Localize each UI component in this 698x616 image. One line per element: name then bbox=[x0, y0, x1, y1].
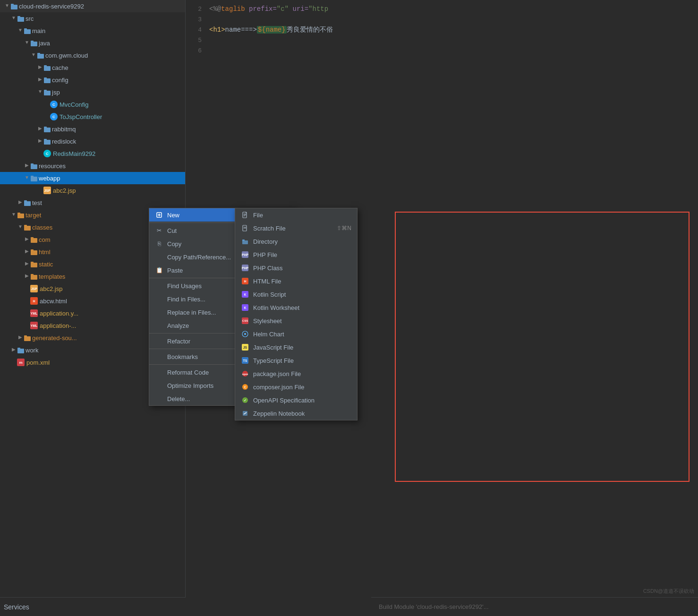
tree-item-redislock[interactable]: ▶ redislock bbox=[0, 135, 185, 147]
submenu-item-file[interactable]: File bbox=[235, 208, 357, 222]
svg-rect-19 bbox=[44, 139, 47, 140]
submenu-item-package-json[interactable]: npm package.json File bbox=[235, 367, 357, 380]
submenu-item-kotlin-script[interactable]: K Kotlin Script bbox=[235, 288, 357, 301]
line-number-4: 4 bbox=[186, 26, 209, 34]
submenu-item-openapi[interactable]: ✓ OpenAPI Specification bbox=[235, 394, 357, 407]
bottom-bar: Services bbox=[0, 597, 186, 616]
tree-label-mvcconfig: MvcConfig bbox=[60, 101, 88, 108]
tree-item-root[interactable]: ▼ cloud-redis-service9292 bbox=[0, 0, 185, 12]
expand-arrow-config: ▶ bbox=[37, 77, 43, 83]
tree-item-test[interactable]: ▶ test bbox=[0, 197, 185, 209]
svg-rect-10 bbox=[44, 66, 51, 71]
svg-rect-38 bbox=[24, 336, 31, 341]
svg-rect-41 bbox=[17, 348, 20, 349]
svg-rect-8 bbox=[37, 54, 44, 59]
folder-icon-config bbox=[43, 76, 51, 84]
php-file-submenu-icon: PHP bbox=[241, 250, 249, 259]
tree-item-src[interactable]: ▼ src bbox=[0, 12, 185, 25]
folder-icon bbox=[10, 2, 18, 10]
tree-label-generated: generated-sou... bbox=[32, 334, 77, 342]
tree-label-src: src bbox=[26, 15, 34, 22]
tree-label-application-y: application.y... bbox=[40, 310, 78, 317]
tree-item-main[interactable]: ▼ main bbox=[0, 25, 185, 37]
tree-label-work: work bbox=[26, 347, 38, 354]
submenu-item-html[interactable]: H HTML File bbox=[235, 274, 357, 288]
tree-item-webapp[interactable]: ▼ webapp bbox=[0, 172, 185, 184]
editor-line-5: 5 bbox=[186, 35, 698, 45]
submenu-item-stylesheet[interactable]: CSS Stylesheet bbox=[235, 314, 357, 327]
directory-submenu-label: Directory bbox=[253, 238, 278, 245]
expand-arrow-com2: ▶ bbox=[24, 236, 30, 243]
expand-arrow-webapp: ▼ bbox=[24, 175, 30, 181]
expand-arrow-html: ▶ bbox=[24, 248, 30, 255]
class-icon: C bbox=[50, 101, 58, 108]
folder-icon-com2 bbox=[30, 236, 38, 243]
scratch-submenu-shortcut: ⇧⌘N bbox=[327, 225, 351, 231]
line-number-5: 5 bbox=[186, 37, 209, 44]
svg-rect-40 bbox=[17, 349, 24, 353]
submenu-item-composer[interactable]: C composer.json File bbox=[235, 380, 357, 394]
submenu-item-zeppelin[interactable]: Zeppelin Notebook bbox=[235, 407, 357, 420]
delete-icon bbox=[155, 394, 163, 403]
tree-item-abc2jsp[interactable]: JSP abc2.jsp bbox=[0, 184, 185, 197]
svg-rect-5 bbox=[24, 28, 27, 30]
svg-rect-3 bbox=[17, 16, 20, 17]
html-submenu-icon: H bbox=[241, 277, 249, 285]
tree-item-config[interactable]: ▶ config bbox=[0, 74, 185, 86]
expand-arrow-static: ▶ bbox=[24, 261, 30, 267]
tree-item-mvcconfig[interactable]: C MvcConfig bbox=[0, 98, 185, 111]
js-submenu-icon: JS bbox=[241, 343, 249, 351]
svg-rect-31 bbox=[31, 237, 34, 239]
package-json-submenu-icon: npm bbox=[241, 369, 249, 378]
tree-label-classes: classes bbox=[32, 224, 52, 231]
svg-rect-4 bbox=[24, 29, 31, 34]
tree-item-cache[interactable]: ▶ cache bbox=[0, 61, 185, 74]
paste-icon: 📋 bbox=[155, 266, 163, 274]
tree-item-jsp[interactable]: ▼ jsp bbox=[0, 86, 185, 98]
tree-item-rabbitmq[interactable]: ▶ rabbitmq bbox=[0, 123, 185, 135]
tree-item-com[interactable]: ▼ com.gwm.cloud bbox=[0, 49, 185, 61]
tree-item-resources[interactable]: ▶ resources bbox=[0, 160, 185, 172]
yml-icon: YML bbox=[30, 309, 38, 317]
submenu-item-js[interactable]: JS JavaScript File bbox=[235, 341, 357, 354]
svg-rect-17 bbox=[44, 127, 47, 128]
expand-arrow-test: ▶ bbox=[17, 199, 24, 206]
directory-submenu-icon bbox=[241, 237, 249, 246]
svg-rect-20 bbox=[31, 164, 37, 169]
submenu-item-scratch[interactable]: Scratch File ⇧⌘N bbox=[235, 222, 357, 235]
expand-arrow-src: ▼ bbox=[10, 15, 17, 22]
copy-path-icon bbox=[155, 253, 163, 261]
submenu-item-helm[interactable]: Helm Chart bbox=[235, 327, 357, 341]
svg-rect-14 bbox=[44, 91, 51, 95]
submenu-item-php-class[interactable]: PHP PHP Class bbox=[235, 261, 357, 274]
tree-item-tojsp[interactable]: C ToJspController bbox=[0, 111, 185, 123]
build-text: Build Module 'cloud-redis-service9292'..… bbox=[379, 603, 489, 610]
tree-label-static: static bbox=[39, 261, 53, 268]
tree-item-java[interactable]: ▼ java bbox=[0, 37, 185, 49]
svg-rect-32 bbox=[31, 250, 37, 255]
line-code-4: <h1>name===>${name}秀良爱情的不俗 bbox=[209, 26, 333, 34]
code-prefix-attr: prefix= bbox=[249, 5, 277, 13]
tree-item-redismain[interactable]: C RedisMain9292 bbox=[0, 147, 185, 160]
folder-icon-webapp bbox=[30, 174, 38, 182]
tree-label-tojsp: ToJspController bbox=[60, 113, 102, 120]
expand-arrow-target: ▼ bbox=[10, 212, 17, 218]
svg-rect-16 bbox=[44, 128, 51, 132]
tree-label-main: main bbox=[32, 27, 45, 34]
folder-icon-target bbox=[17, 211, 25, 219]
folder-icon-com bbox=[37, 51, 44, 59]
tree-label-rabbitmq: rabbitmq bbox=[52, 126, 76, 133]
svg-rect-30 bbox=[31, 238, 37, 243]
submenu-item-kotlin-worksheet[interactable]: K Kotlin Worksheet bbox=[235, 301, 357, 314]
submenu-item-php-file[interactable]: PHP PHP File bbox=[235, 248, 357, 261]
svg-rect-23 bbox=[31, 176, 34, 177]
yml-icon2: YML bbox=[30, 322, 38, 329]
submenu-item-ts[interactable]: TS TypeScript File bbox=[235, 354, 357, 367]
svg-rect-21 bbox=[31, 163, 34, 165]
svg-rect-52 bbox=[242, 240, 248, 244]
submenu-item-directory[interactable]: Directory bbox=[235, 235, 357, 248]
tree-label-webapp: webapp bbox=[39, 175, 60, 182]
expand-arrow: ▼ bbox=[4, 3, 10, 9]
composer-submenu-icon: C bbox=[241, 383, 249, 391]
svg-rect-35 bbox=[31, 262, 34, 263]
